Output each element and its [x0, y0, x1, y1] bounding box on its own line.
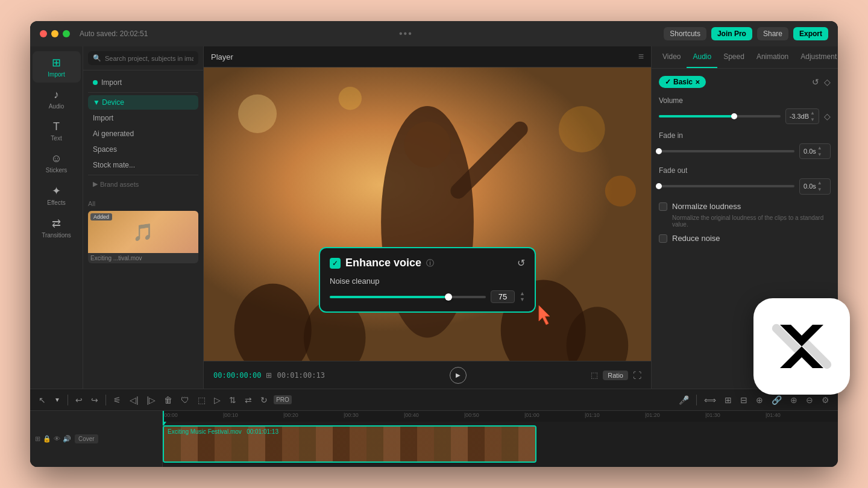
basic-badge[interactable]: ✓ Basic ✕: [659, 76, 706, 88]
import-button[interactable]: Import: [88, 75, 198, 90]
tab-adjustment-label: Adjustment: [800, 52, 837, 61]
volume-label: Volume: [659, 96, 831, 105]
media-thumbnail[interactable]: 🎵 Added Exciting ...tival.mov: [88, 211, 198, 263]
undo-tool[interactable]: ↩: [73, 394, 85, 406]
cover-badge: Cover: [75, 434, 98, 443]
link-tool[interactable]: 🔗: [769, 394, 784, 406]
split-tool[interactable]: ⚟: [111, 394, 124, 406]
crop-icon[interactable]: ⬚: [591, 371, 598, 380]
volume-slider[interactable]: [659, 115, 781, 117]
sidebar-item-import[interactable]: Import: [88, 111, 198, 125]
reset-icon[interactable]: ↺: [812, 77, 819, 87]
delete-tool[interactable]: 🗑: [162, 394, 175, 406]
ev-arrows: ▲ ▼: [520, 291, 525, 302]
diamond-icon[interactable]: ◇: [824, 77, 831, 87]
play-from-tool[interactable]: ▷: [212, 394, 223, 406]
tool-effects[interactable]: ✦ Effects: [33, 180, 81, 211]
fade-in-slider[interactable]: [659, 150, 794, 152]
flip-tool[interactable]: ⇅: [227, 394, 239, 406]
device-label: ▼ Device: [93, 98, 124, 107]
protect-tool[interactable]: 🛡: [178, 394, 192, 406]
play-button[interactable]: ▶: [450, 367, 467, 384]
media-grid: All 🎵 Added Exciting ...tival.mov: [83, 195, 203, 268]
track-eye-icon[interactable]: 👁: [54, 435, 60, 443]
cursor-dropdown[interactable]: ▼: [52, 395, 63, 404]
sidebar-item-device[interactable]: ▼ Device: [88, 95, 198, 110]
minimize-button[interactable]: [51, 30, 58, 37]
volume-down-arrow[interactable]: ▼: [810, 117, 815, 123]
fullscreen-icon[interactable]: ⛶: [633, 371, 641, 380]
tab-speed[interactable]: Speed: [717, 46, 750, 68]
clip-duration: 00:01:01:13: [247, 428, 278, 435]
close-button[interactable]: [40, 30, 47, 37]
video-clip[interactable]: Exciting Music Festival.mov 00:01:01:13: [163, 425, 536, 463]
fade-in-up[interactable]: ▲: [817, 145, 822, 151]
ev-checkbox[interactable]: ✓: [330, 258, 341, 269]
rotate-tool[interactable]: ↻: [258, 394, 270, 406]
grid-icon[interactable]: ⊞: [266, 371, 272, 380]
ev-info-icon[interactable]: ⓘ: [426, 258, 434, 269]
player-menu-icon[interactable]: ≡: [638, 51, 644, 62]
tool-transitions[interactable]: ⇄ Transitions: [33, 212, 81, 243]
brand-assets-section[interactable]: ▶ Brand assets: [88, 178, 198, 190]
settings-tool[interactable]: ⚙: [819, 394, 832, 406]
trim-right-tool[interactable]: |▷: [145, 394, 159, 406]
ev-up-arrow[interactable]: ▲: [520, 291, 525, 296]
volume-up-arrow[interactable]: ▲: [810, 110, 815, 116]
shortcuts-button[interactable]: Shortcuts: [664, 27, 706, 40]
minus-tool[interactable]: ⊖: [804, 394, 816, 406]
tab-audio[interactable]: Audio: [687, 46, 717, 68]
fade-out-down[interactable]: ▼: [817, 187, 822, 193]
border-tool[interactable]: ⬚: [195, 394, 208, 406]
fade-out-slider[interactable]: [659, 185, 794, 187]
mic-tool[interactable]: 🎤: [676, 394, 691, 406]
ev-down-arrow[interactable]: ▼: [520, 297, 525, 302]
magnetic-tool[interactable]: ⊕: [753, 394, 766, 406]
trim-left-tool[interactable]: ◁|: [127, 394, 141, 406]
mirror-tool[interactable]: ⇄: [242, 394, 254, 406]
zoom-in-tool[interactable]: ⊞: [722, 394, 734, 406]
share-button[interactable]: Share: [757, 27, 788, 40]
volume-reset-icon[interactable]: ◇: [824, 111, 831, 121]
transitions-icon: ⇄: [52, 217, 61, 230]
tool-stickers[interactable]: ☺ Stickers: [33, 148, 81, 178]
media-filename: Exciting ...tival.mov: [88, 253, 198, 263]
cursor-tool[interactable]: ↖: [36, 394, 48, 406]
tool-text[interactable]: T Text: [33, 116, 81, 146]
search-input[interactable]: [105, 55, 193, 62]
track-audio-icon[interactable]: 🔊: [63, 435, 71, 443]
zoom-out-tool[interactable]: ⊟: [738, 394, 750, 406]
timeline-tracks-scroll[interactable]: |00:00 |00:10 |00:20 |00:30 |00:40 |00:5…: [163, 411, 838, 467]
track-expand-icon[interactable]: ⊞: [35, 435, 40, 443]
fade-in-label: Fade in: [659, 131, 831, 140]
tab-animation[interactable]: Animation: [750, 46, 794, 68]
reduce-noise-checkbox[interactable]: [659, 234, 667, 243]
add-tool[interactable]: ⊕: [788, 394, 800, 406]
more-options-icon[interactable]: •••: [399, 28, 413, 39]
tool-import[interactable]: ⊞ Import: [33, 51, 81, 83]
sidebar-item-stock[interactable]: Stock mate...: [88, 158, 198, 172]
tab-video[interactable]: Video: [656, 46, 687, 68]
noise-cleanup-slider[interactable]: [330, 296, 486, 298]
timeline-ruler: |00:00 |00:10 |00:20 |00:30 |00:40 |00:5…: [163, 411, 838, 422]
redo-tool[interactable]: ↪: [89, 394, 101, 406]
ruler-mark-6: |01:00: [524, 412, 539, 418]
fullscreen-button[interactable]: [63, 30, 70, 37]
joinpro-button[interactable]: Join Pro: [711, 27, 752, 40]
fit-tool[interactable]: ⟺: [702, 394, 719, 406]
traffic-lights: [40, 30, 70, 37]
sidebar-item-spaces[interactable]: Spaces: [88, 142, 198, 157]
track-lock-icon[interactable]: 🔒: [43, 435, 51, 443]
ratio-button[interactable]: Ratio: [603, 371, 628, 380]
fade-out-up[interactable]: ▲: [817, 180, 822, 186]
tool-audio[interactable]: ♪ Audio: [33, 84, 81, 114]
tab-adjustment[interactable]: Adjustment: [794, 46, 838, 68]
export-button[interactable]: Export: [793, 27, 828, 40]
normalize-checkbox[interactable]: [659, 202, 667, 211]
sidebar-item-ai[interactable]: Ai generated: [88, 127, 198, 141]
ev-slider-thumb: [445, 293, 452, 301]
ev-refresh-icon[interactable]: ↺: [517, 257, 525, 269]
search-bar[interactable]: 🔍: [88, 51, 198, 65]
fade-in-down[interactable]: ▼: [817, 152, 822, 158]
normalize-label: Normalize loudness: [672, 202, 741, 211]
